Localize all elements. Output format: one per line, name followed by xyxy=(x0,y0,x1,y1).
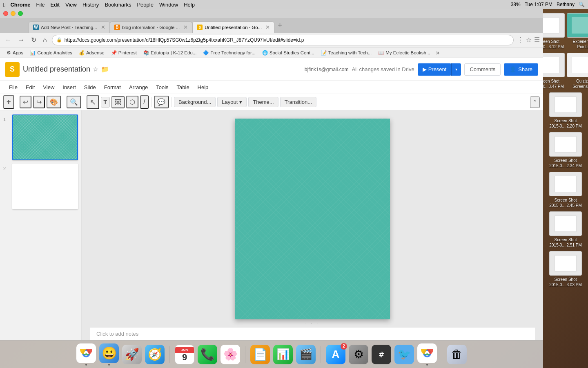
menubar-view[interactable]: View xyxy=(65,2,77,8)
menu-tools[interactable]: Tools xyxy=(152,83,172,92)
dock-item-facetime[interactable]: 📞 xyxy=(198,345,217,364)
menubar-edit[interactable]: Edit xyxy=(51,2,60,8)
dock-item-twitter[interactable]: 🐦 xyxy=(394,345,414,364)
reload-button[interactable]: ↻ xyxy=(29,35,38,45)
present-dropdown-button[interactable]: ▾ xyxy=(451,63,461,76)
transition-button[interactable]: Transition... xyxy=(280,97,316,107)
tab-close-slides[interactable]: ✕ xyxy=(265,24,270,30)
minimize-button[interactable] xyxy=(11,11,16,16)
menu-slide[interactable]: Slide xyxy=(80,83,100,92)
add-element-button[interactable]: + xyxy=(3,95,14,109)
zoom-button[interactable]: 🔍 xyxy=(67,96,81,108)
line-tool[interactable]: / xyxy=(140,95,149,109)
bookmark-analytics[interactable]: 📊 Google Analytics xyxy=(27,49,76,56)
dock-item-calendar[interactable]: JUN 9 xyxy=(175,345,194,364)
dock-item-safari[interactable]: 🧭 xyxy=(145,345,165,364)
folder-icon[interactable]: 📁 xyxy=(101,65,109,73)
new-tab-button[interactable]: + xyxy=(274,21,285,30)
dock-item-keynote[interactable]: 🎬 xyxy=(296,345,316,364)
text-tool[interactable]: T xyxy=(101,97,110,108)
collapse-toolbar-button[interactable]: ⌃ xyxy=(530,96,540,108)
dock-item-chrome2[interactable] xyxy=(417,343,437,366)
home-button[interactable]: ⌂ xyxy=(41,36,49,45)
dock-item-chrome[interactable] xyxy=(76,343,96,366)
address-bar[interactable]: 🔒 https://docs.google.com/presentation/d… xyxy=(52,35,514,45)
presentation-title[interactable]: Untitled presentation xyxy=(23,65,90,74)
slide-canvas[interactable] xyxy=(235,119,390,319)
desktop-icon-screenshot3[interactable]: Screen Shot2015-0....2.20 PM xyxy=(545,92,586,129)
desktop-icon-screenshot7[interactable]: Screen Shot2015-0....3.03 PM xyxy=(545,251,586,287)
bookmark-pinterest[interactable]: 📌 Pinterest xyxy=(108,49,140,56)
dock-item-appstore[interactable]: A 2 xyxy=(326,345,345,364)
tab-wordpress[interactable]: W Add New Post · Teaching... ✕ xyxy=(29,21,110,33)
comments-button[interactable]: Comments xyxy=(464,63,501,76)
menubar-history[interactable]: History xyxy=(82,2,99,8)
slide-thumb-1[interactable] xyxy=(12,114,78,160)
background-button[interactable]: Background... xyxy=(174,97,216,107)
comment-button[interactable]: 💬 xyxy=(154,96,169,108)
extensions-icon[interactable]: ⋮ xyxy=(517,36,523,44)
shapes-tool[interactable]: ⬡ xyxy=(126,96,138,108)
dock-item-rocket[interactable]: 🚀 xyxy=(122,345,142,364)
dock-item-photos[interactable]: 🌸 xyxy=(220,345,240,364)
bookmark-edutopia[interactable]: 📚 Edutopia | K-12 Edu... xyxy=(140,49,200,56)
desktop-icon-screenshot4[interactable]: Screen Shot2015-0....2.34 PM xyxy=(545,132,586,168)
menu-help[interactable]: Help xyxy=(194,83,213,92)
layout-button[interactable]: Layout ▾ xyxy=(217,97,247,107)
dock-item-calculator[interactable]: # xyxy=(372,345,391,364)
tab-slides[interactable]: S Untitled presentation · Go... ✕ xyxy=(192,21,274,33)
bookmark-apps[interactable]: ⚙ Apps xyxy=(3,49,27,56)
bookmark-adsense[interactable]: 💰 Adsense xyxy=(76,49,108,56)
menu-insert[interactable]: Insert xyxy=(58,83,80,92)
menu-arrange[interactable]: Arrange xyxy=(125,83,152,92)
menubar-people[interactable]: People xyxy=(137,2,153,8)
desktop-icon-quizizz[interactable]: QuizizzScreenshot xyxy=(567,53,588,89)
notes-area[interactable]: Click to add notes xyxy=(90,327,535,340)
desktop-icon-exppoints[interactable]: ExperiencePoints xyxy=(567,13,588,49)
star-favorite-icon[interactable]: ☆ xyxy=(93,65,98,73)
image-tool[interactable]: 🖼 xyxy=(111,96,125,108)
dock-item-trash[interactable]: 🗑 xyxy=(447,345,467,364)
tab-close-blogger[interactable]: ✕ xyxy=(183,24,188,30)
menu-icon[interactable]: ☰ xyxy=(534,36,540,44)
bookmark-socialstudies[interactable]: 🌐 Social Studies Cent... xyxy=(259,49,318,56)
user-name[interactable]: Bethany xyxy=(557,2,575,7)
desktop-icon-screenshot5[interactable]: Screen Shot2015-0....2.45 PM xyxy=(545,172,586,208)
paint-format-button[interactable]: 🎨 xyxy=(47,96,61,108)
bookmark-freetech[interactable]: 🔷 Free Technology for... xyxy=(200,49,258,56)
bookmark-teaching[interactable]: 📝 Teaching with Tech... xyxy=(318,49,375,56)
search-icon[interactable]: 🔍 xyxy=(579,2,585,7)
menu-file[interactable]: File xyxy=(5,83,22,92)
menu-format[interactable]: Format xyxy=(100,83,125,92)
redo-button[interactable]: ↪ xyxy=(33,96,45,108)
forward-button[interactable]: → xyxy=(16,36,26,45)
undo-button[interactable]: ↩ xyxy=(20,96,31,108)
share-button[interactable]: 👤 Share xyxy=(504,63,538,76)
close-button[interactable] xyxy=(3,11,8,16)
menubar-help[interactable]: Help xyxy=(184,2,195,8)
back-button[interactable]: ← xyxy=(3,36,13,45)
bookmarks-more[interactable]: » xyxy=(434,49,442,56)
present-button[interactable]: ▶ Present xyxy=(418,63,452,76)
tab-close-wordpress[interactable]: ✕ xyxy=(101,24,105,30)
menubar-window[interactable]: Window xyxy=(159,2,178,8)
dock-item-settings[interactable]: ⚙ xyxy=(349,345,368,364)
desktop-icon-screenshot6[interactable]: Screen Shot2015-0....2.51 PM xyxy=(545,211,586,248)
tab-blogger[interactable]: B blog information · Google ... ✕ xyxy=(110,21,192,33)
menubar-bookmarks[interactable]: Bookmarks xyxy=(105,2,131,8)
user-email[interactable]: bjfink1s@gmail.com xyxy=(305,67,349,72)
slide-thumb-2[interactable] xyxy=(12,164,78,209)
dock-item-finder[interactable]: 😀 xyxy=(99,343,119,366)
theme-button[interactable]: Theme... xyxy=(248,97,278,107)
star-icon[interactable]: ☆ xyxy=(526,36,532,44)
dock-item-pages[interactable]: 📄 xyxy=(250,345,270,364)
bookmark-eclectic[interactable]: 📖 My Eclectic Booksh... xyxy=(375,49,433,56)
select-tool[interactable]: ↖ xyxy=(87,95,99,109)
menubar-chrome[interactable]: Chrome xyxy=(10,2,30,8)
maximize-button[interactable] xyxy=(18,11,23,16)
menu-edit[interactable]: Edit xyxy=(22,83,39,92)
apple-logo[interactable]:  xyxy=(3,1,5,8)
menubar-file[interactable]: File xyxy=(36,2,45,8)
menu-table[interactable]: Table xyxy=(173,83,194,92)
dock-item-numbers[interactable]: 📊 xyxy=(273,345,293,364)
